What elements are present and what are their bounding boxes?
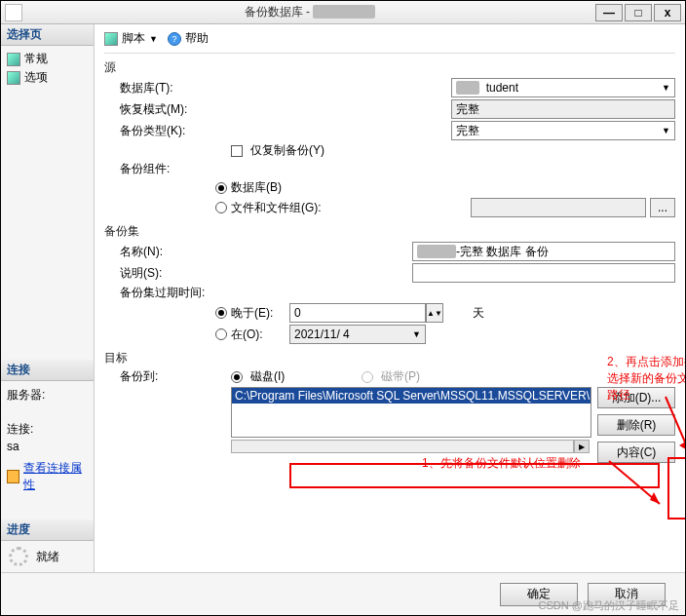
contents-button[interactable]: 内容(C) — [597, 442, 675, 463]
expire-after-radio[interactable] — [215, 307, 227, 319]
spinner-up-down[interactable]: ▲▼ — [426, 303, 443, 323]
tape-label: 磁带(P) — [381, 368, 420, 385]
help-button[interactable]: ? 帮助 — [168, 30, 209, 47]
close-button[interactable]: x — [654, 4, 681, 21]
expire-after-label: 晚于(E): — [231, 305, 289, 322]
name-label: 名称(N): — [104, 244, 231, 260]
window-title: 备份数据库 - XXXXXXXX — [26, 4, 593, 20]
component-label: 备份组件: — [104, 161, 215, 177]
select-page-header: 选择页 — [1, 24, 94, 46]
backup-type-label: 备份类型(K): — [104, 123, 231, 139]
sidebar: 选择页 常规 选项 连接 服务器: 连接: sa 查看连接属性 进度 — [1, 24, 95, 572]
title-bar: 备份数据库 - XXXXXXXX — □ x — [1, 1, 685, 24]
disk-radio[interactable] — [231, 371, 243, 383]
remove-button[interactable]: 删除(R) — [597, 414, 675, 436]
dest-path-row[interactable]: C:\Program Files\Microsoft SQL Server\MS… — [232, 388, 591, 404]
dest-list[interactable]: C:\Program Files\Microsoft SQL Server\MS… — [231, 387, 591, 438]
expire-on-label: 在(O): — [231, 327, 289, 343]
page-icon — [7, 53, 20, 66]
svg-marker-3 — [679, 440, 686, 451]
component-fg-radio[interactable] — [215, 202, 227, 213]
fg-browse-button[interactable]: ... — [650, 198, 675, 217]
dest-header: 目标 — [104, 350, 675, 366]
link-icon — [7, 470, 19, 483]
progress-spinner-icon — [9, 547, 28, 566]
expire-unit: 天 — [473, 305, 484, 322]
progress-header: 进度 — [1, 520, 94, 541]
fg-value — [471, 198, 646, 217]
help-icon: ? — [168, 32, 181, 46]
script-icon — [104, 32, 118, 46]
source-header: 源 — [104, 59, 675, 76]
scroll-arrow-right[interactable]: ▶ — [574, 440, 590, 453]
backupset-header: 备份集 — [104, 223, 675, 240]
name-input[interactable]: XXXXX-完整 数据库 备份 — [412, 242, 675, 261]
minimize-button[interactable]: — — [595, 4, 623, 21]
connection-header: 连接 — [1, 360, 94, 381]
component-db-radio[interactable] — [215, 182, 227, 194]
desc-input[interactable] — [412, 263, 675, 283]
maximize-button[interactable]: □ — [625, 4, 652, 21]
calendar-icon: ▼ — [412, 329, 421, 339]
title-redacted: XXXXXXXX — [313, 5, 375, 19]
server-label: 服务器: — [3, 385, 92, 405]
h-scrollbar[interactable] — [231, 440, 574, 453]
database-label: 数据库(T): — [104, 80, 231, 96]
component-db-label: 数据库(B) — [231, 179, 282, 196]
expire-on-date[interactable]: 2021/11/ 4▼ — [289, 325, 426, 344]
progress-status: 就绪 — [36, 549, 59, 565]
expire-on-radio[interactable] — [215, 328, 227, 340]
toolbar: 脚本 ▼ ? 帮助 — [104, 28, 675, 54]
expire-label: 备份集过期时间: — [104, 285, 215, 301]
add-button[interactable]: 添加(D)... — [597, 387, 675, 408]
sidebar-item-general[interactable]: 常规 — [3, 50, 92, 68]
recovery-label: 恢复模式(M): — [104, 101, 231, 118]
copy-only-checkbox[interactable] — [231, 145, 243, 157]
sidebar-item-options[interactable]: 选项 — [3, 68, 92, 87]
watermark: CSDN @跑马的汉子睡眠不足 — [539, 598, 679, 613]
database-select[interactable]: XXX tudent▼ — [451, 78, 675, 97]
desc-label: 说明(S): — [104, 265, 231, 282]
expire-after-input[interactable]: 0 — [289, 303, 426, 323]
script-button[interactable]: 脚本 ▼ — [104, 30, 158, 47]
component-fg-label: 文件和文件组(G): — [231, 200, 471, 216]
view-conn-link[interactable]: 查看连接属性 — [3, 459, 92, 494]
backup-to-label: 备份到: — [104, 368, 231, 385]
tape-radio — [362, 371, 373, 383]
chevron-down-icon: ▼ — [662, 126, 670, 135]
dropdown-icon: ▼ — [149, 34, 158, 44]
app-icon — [5, 4, 22, 21]
chevron-down-icon: ▼ — [662, 83, 670, 93]
disk-label: 磁盘(I) — [250, 368, 358, 385]
conn-value: sa — [3, 440, 92, 459]
main-panel: 脚本 ▼ ? 帮助 源 数据库(T): XXX tudent▼ 恢复模式(M):… — [95, 24, 685, 572]
backup-type-select[interactable]: 完整▼ — [451, 121, 675, 140]
conn-label: 连接: — [3, 419, 92, 440]
recovery-value: 完整 — [451, 99, 675, 119]
copy-only-label: 仅复制备份(Y) — [250, 142, 324, 159]
svg-marker-1 — [650, 492, 660, 504]
page-icon — [7, 71, 20, 85]
